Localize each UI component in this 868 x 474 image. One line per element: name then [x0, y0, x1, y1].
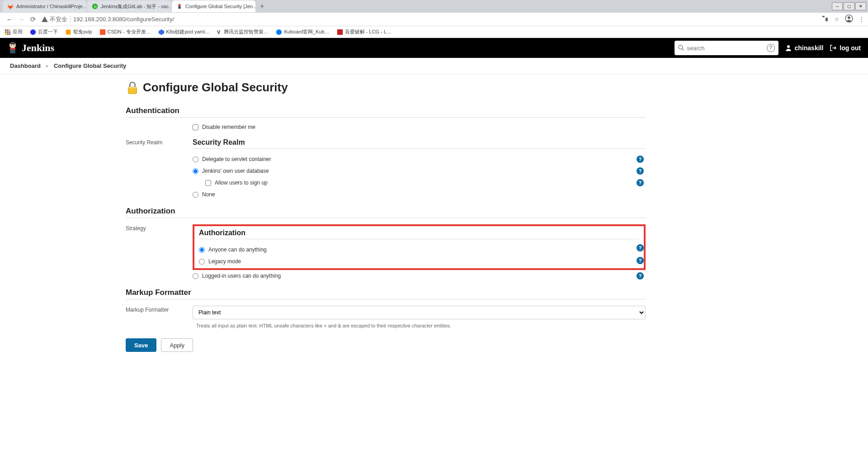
browser-chrome: Administrator / ChinaskillProje… × 知 Jen…	[0, 0, 868, 38]
help-icon[interactable]: ?	[637, 272, 644, 280]
section-authentication: Authentication	[126, 106, 646, 118]
bookmark-item[interactable]: 百度一下	[30, 28, 58, 35]
user-icon	[785, 44, 792, 52]
security-warning[interactable]: 不安全	[42, 15, 71, 24]
svg-point-29	[787, 45, 790, 48]
gitlab-icon	[7, 3, 14, 9]
zhihu-icon: 知	[92, 3, 98, 9]
logout-link[interactable]: log out	[830, 44, 861, 52]
warning-icon	[42, 16, 48, 23]
help-icon[interactable]: ?	[637, 179, 644, 186]
radio-anyone[interactable]: Anyone can do anything	[199, 244, 639, 256]
checkbox-input[interactable]	[205, 180, 211, 186]
browser-tab-active[interactable]: Configure Global Security [Jen… ×	[172, 0, 255, 12]
markup-select[interactable]: Plain text	[193, 306, 646, 319]
radio-input[interactable]	[199, 259, 205, 265]
radio-input[interactable]	[199, 247, 205, 253]
apply-button[interactable]: Apply	[161, 338, 193, 352]
logout-icon	[830, 44, 837, 52]
bookmark-item[interactable]: 吾爱破解 - LCG - L…	[337, 28, 392, 35]
jenkins-logo[interactable]: Jenkins	[7, 42, 54, 54]
jenkins-icon	[176, 3, 183, 9]
bookmark-item[interactable]: Kuboard官网_Kub…	[276, 28, 329, 35]
new-tab-button[interactable]: +	[256, 2, 268, 10]
radio-input[interactable]	[193, 156, 198, 162]
svg-rect-20	[337, 29, 343, 34]
checkbox-allow-signup[interactable]: Allow users to sign up ?	[205, 177, 646, 189]
radio-input[interactable]	[193, 192, 198, 198]
save-button[interactable]: Save	[126, 338, 156, 352]
radio-input[interactable]	[193, 273, 198, 279]
search-icon	[678, 45, 684, 51]
markup-help-text: Treats all input as plain text. HTML uns…	[193, 323, 646, 328]
form-row: Disable remember me	[126, 124, 646, 135]
svg-rect-14	[9, 33, 11, 35]
jenkins-mascot-icon	[7, 42, 18, 54]
bookmark-item[interactable]: V腾讯云监控告警策…	[217, 28, 269, 35]
address-bar-actions: ☆ ⋮	[821, 14, 864, 24]
svg-point-5	[848, 16, 850, 19]
browser-tab[interactable]: 知 Jenkins集成GitLab - 知乎 - osc… ×	[87, 0, 171, 12]
subsection-authorization: Authorization	[199, 229, 639, 239]
kuboard-icon	[276, 29, 282, 35]
bookmark-item[interactable]: K8s创建pod yaml…	[158, 28, 210, 35]
user-link[interactable]: chinaskill	[785, 44, 824, 52]
url-input[interactable]: 不安全 192.168.200.3:8080/configureSecurity…	[42, 15, 815, 24]
bookmarks-bar: 应用 百度一下 鸵兔svip CSDN - 专业开发… K8s创建pod yam…	[0, 26, 868, 38]
apps-button[interactable]: 应用	[5, 28, 23, 35]
section-authorization: Authorization	[126, 207, 646, 218]
back-button[interactable]: ←	[4, 14, 15, 25]
svg-rect-13	[7, 33, 9, 35]
browser-tab[interactable]: Administrator / ChinaskillProje… ×	[3, 0, 86, 12]
forward-button[interactable]: →	[15, 14, 27, 25]
radio-own-db[interactable]: Jenkins' own user database ?	[193, 165, 646, 177]
search-box[interactable]: ?	[675, 41, 778, 55]
translate-icon[interactable]	[821, 15, 829, 24]
tab-label: Jenkins集成GitLab - 知乎 - osc…	[101, 3, 171, 10]
form-row: Security Realm Security Realm Delegate t…	[126, 138, 646, 200]
form-row: Strategy Authorization Anyone can do any…	[126, 224, 646, 282]
form-row: Markup Formatter Plain text Treats all i…	[126, 306, 646, 328]
search-input[interactable]	[687, 45, 767, 52]
site-icon	[65, 29, 71, 35]
reload-button[interactable]: ⟳	[27, 14, 39, 25]
maximize-button[interactable]: ▢	[844, 2, 854, 10]
profile-icon[interactable]	[845, 14, 853, 24]
help-icon[interactable]: ?	[637, 244, 644, 251]
help-icon[interactable]: ?	[767, 44, 775, 52]
checkbox-input[interactable]	[193, 124, 198, 130]
svg-rect-22	[10, 43, 15, 44]
radio-none[interactable]: None	[193, 189, 646, 200]
svg-rect-17	[99, 29, 105, 34]
help-icon[interactable]: ?	[637, 167, 644, 175]
svg-rect-24	[10, 48, 15, 50]
breadcrumb-dashboard[interactable]: Dashboard	[10, 62, 41, 69]
apps-icon	[5, 29, 11, 35]
bookmark-item[interactable]: CSDN - 专业开发…	[99, 28, 151, 35]
disable-remember-checkbox[interactable]: Disable remember me	[193, 124, 646, 130]
footer-buttons: Save Apply	[126, 338, 646, 352]
bookmark-item[interactable]: 鸵兔svip	[65, 28, 92, 35]
breadcrumb-current[interactable]: Configure Global Security	[54, 62, 126, 69]
markup-label: Markup Formatter	[126, 306, 193, 313]
subsection-security-realm: Security Realm	[193, 138, 646, 149]
svg-rect-31	[128, 87, 137, 88]
security-realm-label: Security Realm	[126, 138, 193, 146]
help-icon[interactable]: ?	[637, 156, 644, 163]
svg-point-19	[276, 29, 282, 34]
star-icon[interactable]: ☆	[834, 16, 840, 23]
help-icon[interactable]: ?	[637, 257, 644, 264]
svg-rect-7	[7, 29, 9, 31]
window-controls: ─ ▢ ✕	[832, 2, 868, 10]
close-button[interactable]: ✕	[855, 2, 866, 10]
menu-icon[interactable]: ⋮	[859, 16, 864, 23]
minimize-button[interactable]: ─	[832, 2, 843, 10]
svg-point-25	[11, 45, 12, 46]
radio-input[interactable]	[193, 168, 198, 174]
svg-rect-11	[9, 31, 11, 33]
svg-rect-10	[7, 31, 9, 33]
radio-legacy[interactable]: Legacy mode	[199, 256, 639, 265]
radio-delegate[interactable]: Delegate to servlet container ?	[193, 153, 646, 165]
lock-icon	[126, 81, 139, 95]
radio-logged-in[interactable]: Logged-in users can do anything ?	[193, 270, 646, 282]
